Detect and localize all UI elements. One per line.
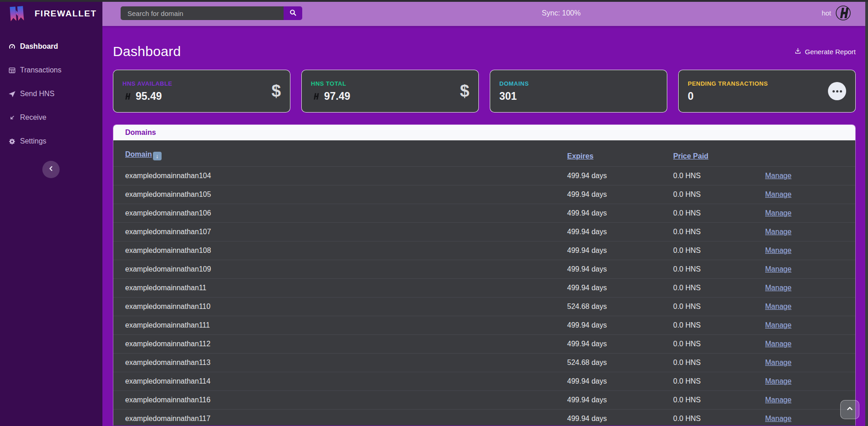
domain-cell: exampledomainnathan110 [113,303,567,311]
scroll-to-top-button[interactable] [840,400,859,419]
manage-cell: Manage [765,209,855,217]
sidebar-nav: DashboardTransactionsSend HNSReceiveSett… [0,35,102,153]
domains-panel-title: Domains [125,128,156,137]
sidebar-item-dashboard[interactable]: Dashboard [0,35,102,58]
price-cell: 0.0 HNS [673,377,765,385]
manage-link[interactable]: Manage [765,321,792,329]
manage-cell: Manage [765,340,855,348]
sidebar-collapse-button[interactable] [42,161,60,178]
arrow-down-left-icon [8,114,16,122]
manage-link[interactable]: Manage [765,377,792,385]
stat-card-value-row: 0 [688,90,768,103]
ellipsis-button[interactable] [828,82,846,100]
sidebar-item-receive[interactable]: Receive [0,106,102,129]
column-header-domain[interactable]: Domain↓ [113,150,567,160]
domain-cell: exampledomainnathan116 [113,396,567,404]
expires-cell: 499.94 days [567,172,673,180]
sidebar-item-label: Receive [20,113,46,122]
sync-status: Sync: 100% [542,0,580,26]
tachometer-icon [8,43,16,51]
column-header-label: Domain [125,150,152,158]
manage-link[interactable]: Manage [765,359,792,366]
manage-cell: Manage [765,284,855,292]
sidebar-item-transactions[interactable]: Transactions [0,58,102,82]
stat-card-label: PENDING TRANSACTIONS [688,80,768,87]
stat-card-value-row: 95.49 [122,90,173,103]
generate-report-label: Generate Report [805,48,856,56]
generate-report-button[interactable]: Generate Report [794,47,856,56]
stat-card: DOMAINS301 [490,70,667,113]
handshake-logo-icon[interactable] [835,5,851,21]
brand-name: FIREWALLET [35,9,96,19]
expires-cell: 499.94 days [567,190,673,199]
manage-link[interactable]: Manage [765,303,792,310]
search-button[interactable] [284,6,302,20]
price-cell: 0.0 HNS [673,303,765,311]
brand[interactable]: FIREWALLET [0,0,102,27]
stat-card-body: HNS TOTAL97.49 [311,80,350,103]
stat-card-body: HNS AVAILABLE95.49 [122,80,173,103]
search-input[interactable] [121,6,284,20]
domain-cell: exampledomainnathan11 [113,284,567,292]
manage-cell: Manage [765,321,855,329]
stat-card-value: 301 [499,90,517,103]
column-header-label: Expires [567,152,594,160]
domain-cell: exampledomainnathan117 [113,415,567,423]
sidebar-item-label: Transactions [20,66,61,74]
stat-card-value: 0 [688,90,694,103]
table-row: exampledomainnathan111499.94 days0.0 HNS… [113,316,855,334]
domains-panel: Domains Domain↓ExpiresPrice Paid example… [113,124,856,426]
download-icon [794,47,805,56]
domain-cell: exampledomainnathan104 [113,172,567,180]
domain-cell: exampledomainnathan112 [113,340,567,348]
manage-link[interactable]: Manage [765,284,792,292]
expires-cell: 499.94 days [567,228,673,236]
price-cell: 0.0 HNS [673,190,765,199]
column-header-expires[interactable]: Expires [567,152,673,160]
manage-cell: Manage [765,172,855,180]
manage-link[interactable]: Manage [765,246,792,254]
price-cell: 0.0 HNS [673,284,765,292]
dollar-sign-icon: $ [271,82,281,101]
price-cell: 0.0 HNS [673,415,765,423]
price-cell: 0.0 HNS [673,359,765,367]
manage-link[interactable]: Manage [765,172,792,180]
sidebar-item-send-hns[interactable]: Send HNS [0,82,102,106]
expires-cell: 499.94 days [567,377,673,385]
stat-card-label: DOMAINS [499,80,529,87]
price-cell: 0.0 HNS [673,246,765,255]
manage-link[interactable]: Manage [765,228,792,236]
manage-link[interactable]: Manage [765,396,792,404]
stat-card: HNS AVAILABLE95.49$ [113,70,290,113]
price-cell: 0.0 HNS [673,321,765,329]
price-cell: 0.0 HNS [673,172,765,180]
manage-cell: Manage [765,377,855,385]
stat-cards-row: HNS AVAILABLE95.49$HNS TOTAL97.49$DOMAIN… [113,70,856,113]
column-header-price-paid[interactable]: Price Paid [673,152,765,160]
expires-cell: 499.94 days [567,284,673,292]
sidebar-item-label: Dashboard [20,42,58,51]
stat-card-label: HNS TOTAL [311,80,350,87]
manage-link[interactable]: Manage [765,415,792,422]
manage-link[interactable]: Manage [765,340,792,348]
stat-card-value: 97.49 [324,90,350,103]
sidebar-item-settings[interactable]: Settings [0,129,102,153]
domain-cell: exampledomainnathan111 [113,321,567,329]
wallet-area: hot [822,0,851,26]
manage-link[interactable]: Manage [765,190,792,198]
sidebar-item-label: Send HNS [20,90,55,98]
manage-link[interactable]: Manage [765,209,792,217]
window-scrollbar-track[interactable] [865,0,868,426]
hns-logo-icon [122,92,132,101]
stat-card-body: DOMAINS301 [499,80,529,103]
domain-cell: exampledomainnathan113 [113,359,567,367]
topbar: Sync: 100% hot [102,0,865,26]
chevron-left-icon [48,165,54,174]
expires-cell: 499.94 days [567,340,673,348]
price-cell: 0.0 HNS [673,265,765,273]
stat-card-value: 95.49 [136,90,162,103]
sidebar-item-label: Settings [20,137,46,145]
domain-cell: exampledomainnathan105 [113,190,567,199]
manage-link[interactable]: Manage [765,265,792,273]
manage-cell: Manage [765,228,855,236]
